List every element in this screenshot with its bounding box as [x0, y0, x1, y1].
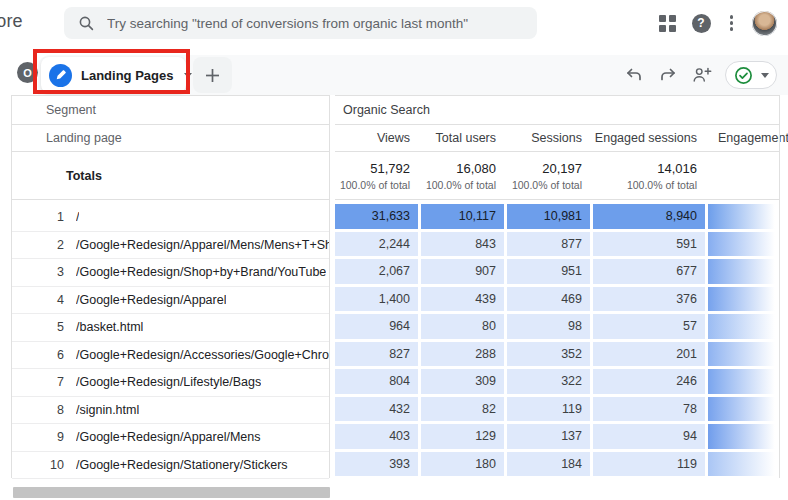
totals-cell: 20,197100.0% of total — [507, 161, 590, 191]
table-row[interactable]: 8/signin.html — [12, 397, 329, 425]
metric-cell: 82 — [421, 397, 504, 422]
metric-cell: 2,244 — [335, 232, 418, 257]
totals-cell — [708, 174, 779, 177]
apps-grid-icon[interactable] — [659, 15, 675, 31]
column-header[interactable]: Engagement rate — [708, 131, 779, 145]
engagement-heat-cell — [708, 369, 779, 394]
metric-cell: 877 — [507, 232, 590, 257]
redo-icon — [658, 65, 678, 85]
share-button[interactable] — [691, 64, 713, 86]
totals-value: 51,792 — [335, 161, 410, 176]
metric-cell: 31,633 — [335, 204, 418, 229]
add-tab-icon — [203, 66, 222, 85]
metric-cell: 94 — [593, 424, 705, 449]
add-tab-button[interactable] — [193, 57, 232, 93]
table-row[interactable]: 5/basket.html — [12, 314, 329, 342]
metric-cell: 80 — [421, 314, 504, 339]
metric-totals-row: 51,792100.0% of total16,080100.0% of tot… — [335, 152, 779, 200]
metric-cell: 843 — [421, 232, 504, 257]
metric-cell: 8,940 — [593, 204, 705, 229]
undo-icon — [624, 65, 644, 85]
metric-rows: 31,63310,11710,9818,9402,2448438775912,0… — [335, 200, 779, 476]
metric-cell: 184 — [507, 452, 590, 477]
dimension-header-row[interactable]: Landing page — [12, 125, 329, 152]
table-row-metrics[interactable]: 827288352201 — [335, 342, 779, 367]
table-row-metrics[interactable]: 1,400439469376 — [335, 287, 779, 312]
table-row-metrics[interactable]: 40312913794 — [335, 424, 779, 449]
totals-cell: 14,016100.0% of total — [593, 161, 705, 191]
tab-landing-pages[interactable]: Landing Pages — [41, 57, 186, 93]
table-row-metrics[interactable]: 393180184119 — [335, 452, 779, 477]
landing-page-cell: /Google+Redesign/Apparel/Mens/Mens+T+Shi… — [76, 238, 329, 252]
table-row[interactable]: 10/Google+Redesign/Stationery/Stickers — [12, 452, 329, 480]
global-search-input[interactable]: Try searching "trend of conversions from… — [64, 7, 537, 39]
table-row[interactable]: 7/Google+Redesign/Lifestyle/Bags — [12, 369, 329, 397]
redo-button[interactable] — [657, 64, 679, 86]
metric-group-label: Organic Search — [335, 103, 430, 117]
landing-page-cell: /Google+Redesign/Accessories/Google+Chro… — [76, 348, 329, 362]
engagement-heat-cell — [708, 232, 779, 257]
table-row[interactable]: 1/ — [12, 204, 329, 232]
metric-cell: 180 — [421, 452, 504, 477]
row-rank: 9 — [40, 430, 64, 444]
table-row[interactable]: 2/Google+Redesign/Apparel/Mens/Mens+T+Sh… — [12, 232, 329, 260]
metric-cell: 309 — [421, 369, 504, 394]
row-rank: 6 — [40, 348, 64, 362]
user-avatar[interactable] — [752, 11, 777, 36]
row-rank: 8 — [40, 403, 64, 417]
dimension-rows: 1/2/Google+Redesign/Apparel/Mens/Mens+T+… — [12, 200, 329, 479]
kebab-menu-icon[interactable] — [728, 13, 736, 33]
tab-caret-icon[interactable] — [184, 73, 192, 78]
metric-cell: 964 — [335, 314, 418, 339]
table-row-metrics[interactable]: 964809857 — [335, 314, 779, 339]
totals-subtext: 100.0% of total — [421, 179, 496, 191]
metric-cell: 201 — [593, 342, 705, 367]
undo-button[interactable] — [623, 64, 645, 86]
totals-value: 20,197 — [507, 161, 582, 176]
landing-page-cell: /Google+Redesign/Shop+by+Brand/YouTube — [76, 265, 326, 279]
totals-label: Totals — [12, 169, 102, 183]
metric-cell: 119 — [507, 397, 590, 422]
table-row[interactable]: 6/Google+Redesign/Accessories/Google+Chr… — [12, 342, 329, 370]
landing-page-cell: /Google+Redesign/Lifestyle/Bags — [76, 375, 261, 389]
dimension-pane: Segment Landing page Totals 1/2/Google+R… — [11, 95, 330, 478]
horizontal-scrollbar-thumb[interactable] — [13, 487, 330, 498]
totals-label-row: Totals — [12, 152, 329, 200]
top-bar: tore Try searching "trend of conversions… — [0, 0, 788, 46]
status-caret-icon — [761, 73, 769, 78]
metric-cell: 98 — [507, 314, 590, 339]
segment-label: Segment — [12, 103, 96, 117]
row-rank: 7 — [40, 375, 64, 389]
table-row-metrics[interactable]: 804309322246 — [335, 369, 779, 394]
metric-cell: 439 — [421, 287, 504, 312]
save-status-button[interactable] — [725, 61, 777, 89]
help-icon[interactable]: ? — [692, 14, 711, 33]
exploration-tab-bar: O Landing Pages — [0, 53, 788, 95]
table-row-metrics[interactable]: 2,244843877591 — [335, 232, 779, 257]
tab-label: Landing Pages — [81, 68, 173, 83]
landing-page-cell: /signin.html — [76, 403, 139, 417]
metric-cell: 403 — [335, 424, 418, 449]
table-row[interactable]: 9/Google+Redesign/Apparel/Mens — [12, 424, 329, 452]
table-row-metrics[interactable]: 31,63310,11710,9818,940 — [335, 204, 779, 229]
metric-cell: 352 — [507, 342, 590, 367]
metric-header-row: ViewsTotal usersSessionsEngaged sessions… — [335, 125, 779, 152]
column-header[interactable]: Sessions — [507, 131, 590, 145]
column-header[interactable]: Views — [335, 131, 418, 145]
engagement-heat-cell — [708, 314, 779, 339]
metric-cell: 804 — [335, 369, 418, 394]
table-row-metrics[interactable]: 2,067907951677 — [335, 259, 779, 284]
step-badge: O — [17, 62, 38, 83]
metric-cell: 376 — [593, 287, 705, 312]
metric-cell: 288 — [421, 342, 504, 367]
metric-cell: 907 — [421, 259, 504, 284]
metric-cell: 322 — [507, 369, 590, 394]
table-row[interactable]: 3/Google+Redesign/Shop+by+Brand/YouTube — [12, 259, 329, 287]
engagement-heat-cell — [708, 204, 779, 229]
column-header[interactable]: Engaged sessions — [593, 131, 705, 145]
table-row[interactable]: 4/Google+Redesign/Apparel — [12, 287, 329, 315]
column-header[interactable]: Total users — [421, 131, 504, 145]
brand-text-clipped: tore — [0, 11, 23, 32]
metrics-pane: Organic Search ViewsTotal usersSessionsE… — [335, 95, 779, 478]
table-row-metrics[interactable]: 4328211978 — [335, 397, 779, 422]
